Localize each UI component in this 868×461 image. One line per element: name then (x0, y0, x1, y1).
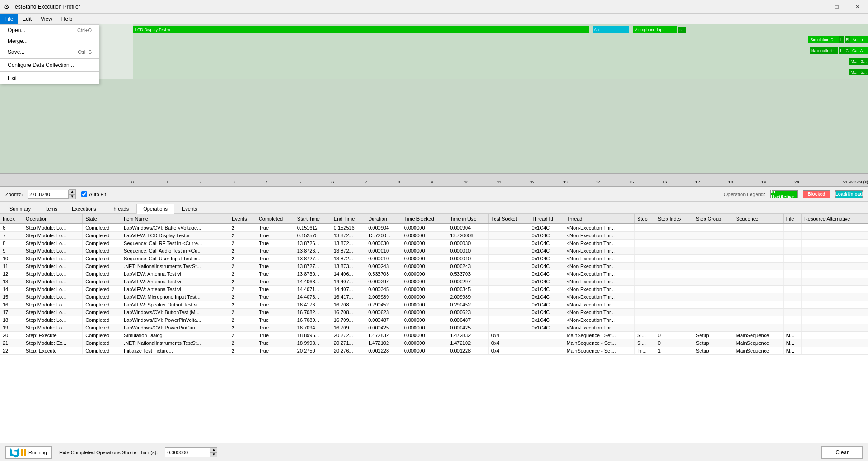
table-row[interactable]: 10Step Module: Lo...CompletedSequence: C… (0, 255, 868, 263)
col-index[interactable]: Index (0, 214, 23, 224)
minimize-button[interactable]: ─ (806, 0, 826, 14)
tl-bar-area-1: LCD Display Test.vi An... Microphone Inp… (133, 24, 868, 35)
menu-view[interactable]: View (36, 14, 57, 24)
controls-bar: Zoom% ▲ ▼ Auto Fit Operation Legend: In … (0, 187, 868, 202)
autofit-checkbox[interactable] (81, 191, 87, 197)
statusbar: Running Hide Completed Operations Shorte… (0, 443, 868, 461)
duration-spin-buttons: ▲ ▼ (210, 447, 217, 457)
menu-file[interactable]: File (0, 14, 18, 24)
ruler-tick-13: 13 (563, 180, 568, 184)
table-row[interactable]: 17Step Module: Lo...CompletedLabWindows/… (0, 309, 868, 316)
table-row[interactable]: 13Step Module: Lo...CompletedLabVIEW: An… (0, 278, 868, 286)
col-events[interactable]: Events (229, 214, 256, 224)
tab-events[interactable]: Events (175, 204, 204, 213)
zoom-spin-up[interactable]: ▲ (69, 189, 76, 194)
tl-mini-r: R (845, 36, 850, 43)
menubar: File Edit View Help Open... Ctrl+O Merge… (0, 14, 868, 24)
window-controls: ─ □ ✕ (806, 0, 868, 14)
menu-edit[interactable]: Edit (18, 14, 36, 24)
menu-save[interactable]: Save... Ctrl+S (0, 47, 99, 57)
tl-mini-s3: S... (859, 69, 868, 75)
col-thread[interactable]: Thread (564, 214, 634, 224)
menu-separator-1 (0, 58, 99, 59)
app-icon: ⚙ (4, 3, 9, 10)
tl-bar-area-5: M... S... (133, 68, 868, 79)
col-resource-alt[interactable]: Resource Alternative (801, 214, 868, 224)
table-row[interactable]: 14Step Module: Lo...CompletedLabVIEW: An… (0, 286, 868, 293)
ruler-tick-2: 2 (199, 180, 201, 184)
tl-mini-l2: L (839, 47, 844, 54)
table-row[interactable]: 7Step Module: Lo...CompletedLabVIEW: LCD… (0, 232, 868, 240)
tab-summary[interactable]: Summary (3, 204, 37, 213)
table-row[interactable]: 15Step Module: Lo...CompletedLabVIEW: Mi… (0, 293, 868, 301)
menu-exit[interactable]: Exit (0, 73, 99, 84)
col-duration[interactable]: Duration (365, 214, 401, 224)
table-row[interactable]: 8Step Module: Lo...CompletedSequence: Ca… (0, 240, 868, 247)
tabs-bar: Summary Items Executions Threads Operati… (0, 202, 868, 214)
clear-button[interactable]: Clear (821, 446, 863, 459)
autofit-label: Auto Fit (81, 191, 106, 197)
tab-threads[interactable]: Threads (104, 204, 135, 213)
col-thread-id[interactable]: Thread Id (529, 214, 564, 224)
refresh-icon (10, 448, 19, 456)
table-row[interactable]: 9Step Module: Lo...CompletedSequence: Ca… (0, 247, 868, 255)
ruler-tick-1: 1 (166, 180, 168, 184)
zoom-spinner-wrapper: ▲ ▼ (28, 189, 76, 199)
autofit-text: Auto Fit (89, 192, 106, 197)
close-button[interactable]: ✕ (847, 0, 868, 14)
file-menu-dropdown: Open... Ctrl+O Merge... Save... Ctrl+S C… (0, 24, 99, 84)
ruler-tick-5: 5 (299, 180, 301, 184)
col-item-name[interactable]: Item Name (121, 214, 229, 224)
maximize-button[interactable]: □ (826, 0, 847, 14)
menu-save-label: Save... (8, 49, 24, 55)
ruler-ticks-container: 0 1 2 3 4 5 6 7 8 9 10 11 12 13 14 15 16… (133, 174, 868, 186)
menu-open[interactable]: Open... Ctrl+O (0, 25, 99, 36)
table-row[interactable]: 6Step Module: Lo...CompletedLabWindows/C… (0, 224, 868, 232)
col-step[interactable]: Step (635, 214, 655, 224)
table-row[interactable]: 12Step Module: Lo...CompletedLabVIEW: An… (0, 270, 868, 278)
menu-configure[interactable]: Configure Data Collection... (0, 60, 99, 71)
table-row[interactable]: 18Step Module: Lo...CompletedLabWindows/… (0, 316, 868, 324)
col-step-group[interactable]: Step Group (693, 214, 733, 224)
menu-save-shortcut: Ctrl+S (78, 49, 92, 55)
col-sequence[interactable]: Sequence (733, 214, 783, 224)
table-row[interactable]: 19Step Module: Lo...CompletedLabWindows/… (0, 324, 868, 332)
tl-bar-mic: Microphone Input... (633, 26, 677, 33)
tl-bar-s1: S (678, 27, 686, 33)
col-file[interactable]: File (783, 214, 801, 224)
zoom-input[interactable] (28, 190, 69, 199)
col-operation[interactable]: Operation (23, 214, 83, 224)
col-step-index[interactable]: Step Index (655, 214, 693, 224)
duration-spin-up[interactable]: ▲ (210, 447, 217, 452)
ruler-tick-11: 11 (497, 180, 501, 184)
menu-configure-label: Configure Data Collection... (8, 62, 74, 68)
tl-mini-calla: Call A... (850, 47, 868, 54)
table-row[interactable]: 11Step Module: Lo...Completed.NET: Natio… (0, 263, 868, 270)
running-button[interactable]: Running (5, 446, 52, 459)
tab-executions[interactable]: Executions (65, 204, 103, 213)
table-row[interactable]: 22Step: ExecuteCompletedInitialize Test … (0, 347, 868, 355)
col-state[interactable]: State (83, 214, 121, 224)
col-end-time[interactable]: End Time (331, 214, 365, 224)
col-time-blocked[interactable]: Time Blocked (401, 214, 447, 224)
table-row[interactable]: 20Step: ExecuteCompletedSimulation Dialo… (0, 332, 868, 339)
tl-mini-nir1: NationalInstr... (810, 47, 839, 54)
menu-help[interactable]: Help (57, 14, 77, 24)
duration-input[interactable] (165, 447, 210, 457)
ruler-tick-20: 20 (794, 180, 799, 184)
ruler-tick-9: 9 (431, 180, 433, 184)
duration-spin-down[interactable]: ▼ (210, 452, 217, 457)
table-row[interactable]: 16Step Module: Lo...CompletedLabVIEW: Sp… (0, 301, 868, 309)
tab-operations[interactable]: Operations (136, 204, 174, 214)
ruler-tick-14: 14 (596, 180, 601, 184)
ruler-tick-8: 8 (398, 180, 400, 184)
col-completed[interactable]: Completed (256, 214, 294, 224)
col-start-time[interactable]: Start Time (294, 214, 331, 224)
zoom-spin-down[interactable]: ▼ (69, 194, 76, 199)
col-test-socket[interactable]: Test Socket (488, 214, 529, 224)
menu-merge[interactable]: Merge... (0, 36, 99, 47)
tab-items[interactable]: Items (38, 204, 64, 213)
zoom-spin-buttons: ▲ ▼ (69, 189, 76, 199)
col-time-in-use[interactable]: Time in Use (447, 214, 488, 224)
table-row[interactable]: 21Step Module: Ex...Completed.NET: Natio… (0, 339, 868, 347)
